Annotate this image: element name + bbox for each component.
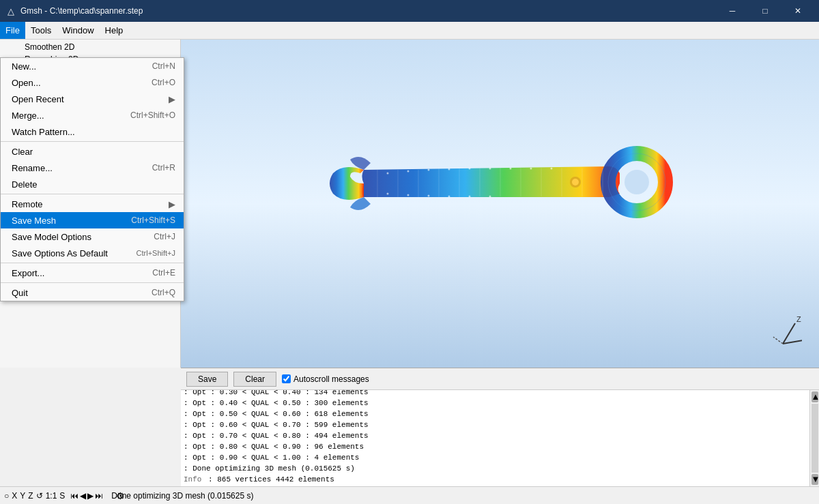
axis-indicator: Z Y xyxy=(761,310,802,351)
console-line: : Done optimizing 3D mesh (0.015625 s) xyxy=(184,463,807,474)
scrollbar-up[interactable]: ▲ xyxy=(811,391,818,402)
menu-file[interactable]: File xyxy=(0,22,25,39)
svg-point-20 xyxy=(448,168,450,170)
svg-point-26 xyxy=(386,192,388,194)
svg-line-36 xyxy=(773,337,783,344)
console-line: : Opt : 0.70 < QUAL < 0.80 : 494 element… xyxy=(184,430,807,441)
close-button[interactable]: ✕ xyxy=(782,0,814,22)
svg-point-1 xyxy=(624,170,649,194)
console-toolbar: Save Clear Autoscroll messages xyxy=(181,368,819,390)
svg-point-17 xyxy=(386,172,388,174)
maximize-button[interactable]: □ xyxy=(749,0,781,22)
menu-help[interactable]: Help xyxy=(100,22,129,39)
menu-open-recent[interactable]: Open Recent ▶ xyxy=(1,91,184,107)
z-sym: Z xyxy=(28,491,33,501)
svg-point-22 xyxy=(489,167,491,169)
console-line: : Opt : 0.30 < QUAL < 0.40 : 134 element… xyxy=(184,390,807,398)
svg-point-30 xyxy=(468,195,470,197)
console-line: : Opt : 0.50 < QUAL < 0.60 : 618 element… xyxy=(184,409,807,419)
rotate-sym: ↺ xyxy=(36,491,43,501)
separator-3 xyxy=(1,263,184,263)
svg-text:Z: Z xyxy=(796,315,801,323)
scrollbar-track xyxy=(811,404,818,473)
svg-point-25 xyxy=(550,167,552,169)
console-area: Save Clear Autoscroll messages : 0 point… xyxy=(181,368,819,486)
menu-new[interactable]: New... Ctrl+N xyxy=(1,58,184,74)
y-sym: Y xyxy=(20,491,25,501)
scale-sym: 1:1 xyxy=(46,491,57,501)
console-line: : Opt : 0.60 < QUAL < 0.70 : 599 element… xyxy=(184,419,807,430)
nav-next[interactable]: ▶ xyxy=(87,491,94,501)
svg-point-24 xyxy=(530,167,532,169)
separator-2 xyxy=(1,194,184,194)
console-scrollbar[interactable]: ▲ ▼ xyxy=(809,390,819,486)
svg-point-21 xyxy=(468,167,470,169)
menu-remote[interactable]: Remote ▶ xyxy=(1,196,184,212)
file-menu-dropdown: New... Ctrl+N Open... Ctrl+O Open Recent… xyxy=(0,57,184,301)
scrollbar-down[interactable]: ▼ xyxy=(811,474,818,485)
menu-merge[interactable]: Merge... Ctrl+Shift+O xyxy=(1,107,184,123)
menu-bar: File Tools Window Help xyxy=(0,22,819,40)
separator-1 xyxy=(1,141,184,142)
menu-quit[interactable]: Quit Ctrl+Q xyxy=(1,284,184,301)
autoscroll-label[interactable]: Autoscroll messages xyxy=(282,374,369,384)
status-text: Done optimizing 3D mesh (0.015625 s) xyxy=(111,491,253,501)
console-line: : Opt : 0.80 < QUAL < 0.90 : 96 elements xyxy=(184,441,807,452)
menu-save-default[interactable]: Save Options As Default Ctrl+Shift+J xyxy=(1,245,184,261)
menu-window[interactable]: Window xyxy=(57,22,99,39)
svg-point-23 xyxy=(509,167,511,169)
save-button[interactable]: Save xyxy=(186,372,228,387)
nav-buttons[interactable]: ⏮ ◀ ▶ ⏭ xyxy=(70,491,103,501)
svg-point-31 xyxy=(489,195,491,197)
status-symbols[interactable]: ○ X Y Z ↺ 1:1 S xyxy=(4,491,65,501)
svg-point-29 xyxy=(448,195,450,197)
x-sym: X xyxy=(12,491,17,501)
s-sym: S xyxy=(59,491,65,501)
status-bar: ○ X Y Z ↺ 1:1 S ⏮ ◀ ▶ ⏭ Done optimizing … xyxy=(0,486,819,504)
minimize-button[interactable]: ─ xyxy=(717,0,748,22)
menu-clear[interactable]: Clear xyxy=(1,143,184,160)
svg-point-27 xyxy=(407,194,409,196)
clear-button[interactable]: Clear xyxy=(233,372,276,387)
menu-watch[interactable]: Watch Pattern... xyxy=(1,123,184,140)
nav-last[interactable]: ⏭ xyxy=(95,491,103,501)
console-line: : Opt : 0.90 < QUAL < 1.00 : 4 elements xyxy=(184,452,807,463)
viewport[interactable]: Z Y xyxy=(181,40,819,368)
menu-save-model[interactable]: Save Model Options Ctrl+J xyxy=(1,228,184,245)
svg-point-4 xyxy=(572,179,579,186)
separator-4 xyxy=(1,282,184,283)
console-content[interactable]: : 0 points created - Worst tet radius is… xyxy=(181,390,809,486)
mesh-visualization xyxy=(323,129,678,265)
svg-point-18 xyxy=(407,170,409,172)
menu-delete[interactable]: Delete xyxy=(1,176,184,192)
autoscroll-checkbox[interactable] xyxy=(282,374,291,383)
svg-line-34 xyxy=(783,340,802,344)
menu-export[interactable]: Export... Ctrl+E xyxy=(1,265,184,281)
app-icon: △ xyxy=(5,5,16,16)
circle-sym: ○ xyxy=(4,491,9,501)
svg-point-28 xyxy=(427,194,429,196)
svg-point-19 xyxy=(427,168,429,171)
window-controls: ─ □ ✕ xyxy=(717,0,814,22)
console-line: : Opt : 0.40 < QUAL < 0.50 : 300 element… xyxy=(184,398,807,409)
svg-line-32 xyxy=(783,323,795,344)
menu-tools[interactable]: Tools xyxy=(25,22,57,39)
console-line: Info: 865 vertices 4442 elements xyxy=(184,474,807,485)
menu-rename[interactable]: Rename... Ctrl+R xyxy=(1,160,184,176)
menu-save-mesh[interactable]: Save Mesh Ctrl+Shift+S xyxy=(1,212,184,228)
menu-open[interactable]: Open... Ctrl+O xyxy=(1,74,184,91)
window-title: Gmsh - C:\temp\cad\spanner.step xyxy=(20,6,717,16)
title-bar: △ Gmsh - C:\temp\cad\spanner.step ─ □ ✕ xyxy=(0,0,819,22)
sidebar-smoothen-2d[interactable]: Smoothen 2D xyxy=(3,41,177,53)
nav-prev[interactable]: ◀ xyxy=(80,491,86,501)
nav-first[interactable]: ⏮ xyxy=(70,491,78,501)
gear-icon[interactable]: ⚙ xyxy=(116,490,125,501)
